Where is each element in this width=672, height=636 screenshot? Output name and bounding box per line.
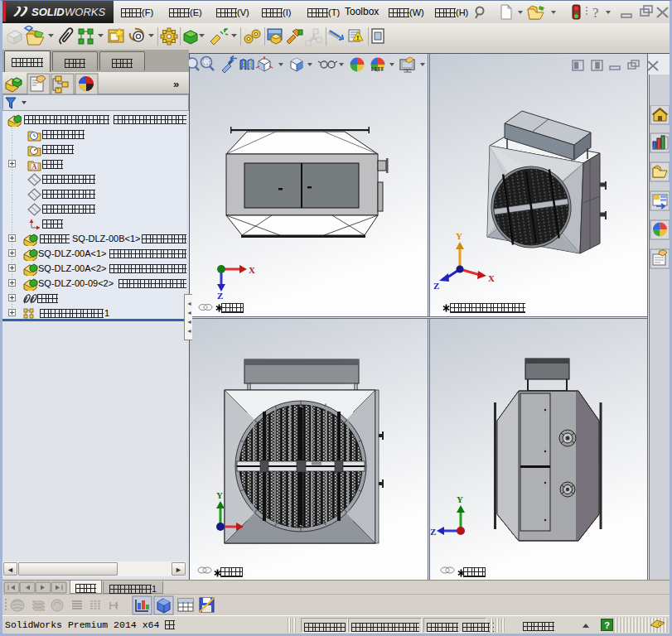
svg-text:Y: Y bbox=[216, 490, 223, 500]
svg-text:Z: Z bbox=[217, 291, 223, 301]
svg-text:WORKS: WORKS bbox=[65, 6, 105, 18]
svg-text:Z: Z bbox=[433, 281, 439, 291]
svg-text:X: X bbox=[488, 273, 495, 283]
svg-text:A: A bbox=[32, 163, 37, 171]
svg-text:!: ! bbox=[357, 34, 360, 41]
svg-text:»: » bbox=[173, 78, 179, 90]
svg-text:?: ? bbox=[592, 5, 599, 21]
svg-text:X: X bbox=[249, 265, 255, 275]
svg-text:SOLID: SOLID bbox=[31, 6, 65, 18]
svg-text:Z: Z bbox=[430, 527, 436, 537]
svg-text:Y: Y bbox=[457, 494, 463, 504]
svg-text:Y: Y bbox=[456, 231, 462, 241]
